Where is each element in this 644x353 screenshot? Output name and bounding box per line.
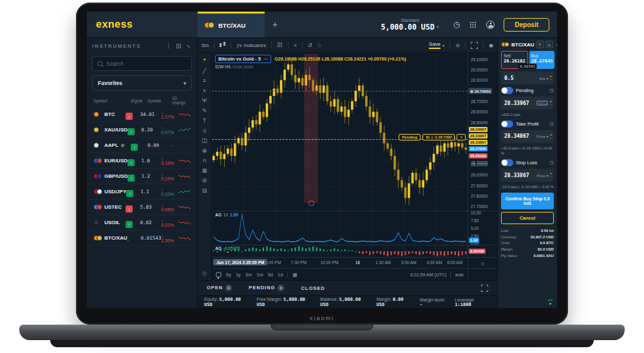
text-tool-icon[interactable]: T [203,117,207,124]
summary-row: Lots:0.50 lot [501,228,554,234]
tab-btcxau[interactable]: BTC/XAU [198,12,265,37]
magnet-icon[interactable]: ∩ [202,157,206,164]
crosshair-icon[interactable]: ＋ [202,55,207,64]
layouts-icon[interactable] [277,42,283,49]
instrument-row[interactable]: XAU/USD↑0.20↑ 0.07% [87,122,197,138]
expand-positions-icon[interactable] [481,285,488,292]
tp-price-label: 28.34067 [469,127,488,132]
more-vertical-icon[interactable]: ⋮ [166,43,171,49]
series-title[interactable]: Bitcoin vs Gold - 5⋯ [215,55,271,63]
favorites-dropdown[interactable]: Favorites ▾ [92,75,192,91]
range-button[interactable]: 1m [256,272,263,278]
timezone-clock-icon[interactable]: ◷ [481,261,485,265]
account-metric: Margin: 0.00 USD [376,297,412,307]
take-profit-input[interactable]: 28.34067 Price ▾ +− [501,130,554,143]
depth-icon[interactable]: ≡ [536,41,544,48]
measure-icon[interactable]: ◫ [202,137,207,144]
ao-line-pane[interactable]: AO101.00 [212,211,468,245]
ao-histogram-pane[interactable]: AO-0.05779 [212,245,468,257]
more-icon[interactable]: ⋯ [263,56,269,62]
sl-stepper[interactable]: +− [549,172,552,178]
redo-icon[interactable]: ↻ [317,43,321,48]
search-input[interactable]: Search [92,56,192,71]
xabcd-pattern-icon[interactable]: × [203,88,206,94]
volume-input[interactable]: 0.5 lots ▾ +− [501,72,554,84]
info-icon[interactable]: ◷ [549,160,554,166]
alarm-icon[interactable]: ◷ [453,20,460,29]
timeframe-button[interactable]: 5m [202,43,209,48]
stats-icon[interactable]: ∿ [545,41,553,48]
snapshot-icon[interactable]: ⊙ [455,43,460,48]
range-button[interactable]: 1y [236,272,241,278]
laptop-frame: exness BTC/XAU + Standard 5,000.00 USD▾ … [76,3,568,325]
instrument-name: EUR/USD [104,158,128,164]
chart-type-icon[interactable] [220,42,225,48]
search-icon [97,61,102,66]
entry-price-input[interactable]: 28.33967 STOP +− [501,97,554,110]
instrument-row[interactable]: BTC↓34.01↓ 1.27% [87,107,197,122]
instrument-row[interactable]: AAPL⊘↑0.09- [87,138,197,153]
clock-utc[interactable]: 6:01:59 AM (UTC) [410,272,446,277]
range-button[interactable]: 5d [268,272,273,278]
pitchfork-icon[interactable]: Ψ [202,97,207,104]
account-selector[interactable]: Standard 5,000.00 USD▾ [381,18,439,32]
close-order-icon[interactable]: × [457,134,466,140]
layout-grid-icon[interactable] [176,43,182,49]
hide-drawings-icon[interactable]: ⊘ [202,177,207,184]
price-chart[interactable]: Bitcoin vs Gold - 5⋯ O28.18088 H28.25135… [212,53,468,211]
cancel-button[interactable]: Cancel [501,212,554,224]
pending-badge[interactable]: Pending [399,134,421,140]
stoploss-badge[interactable]: SL | -1.16 USD [422,134,455,140]
indicators-button[interactable]: ƒxIndicators [236,43,266,48]
fib-lines-icon[interactable]: ≡ [203,77,206,84]
visibility-icon[interactable]: ◉ [489,43,493,48]
range-buttons: 5y1y3m1m5d1d [226,272,283,278]
profile-icon[interactable] [486,21,495,29]
time-axis[interactable]: Jun 17, 2024 2:35:00 PM 6:00 PM7:30 PM10… [212,257,468,268]
info-icon[interactable]: ◷ [549,121,554,127]
price-axis[interactable]: ⊕ 28.79669 28.34067 28.33967 28.33867 28… [468,53,497,280]
stop-loss-toggle[interactable] [501,159,513,166]
tp-stepper[interactable]: +− [549,133,552,140]
expiration-clock-icon[interactable]: ◷ [549,88,554,93]
positions-tab[interactable]: OPEN0 [207,285,232,291]
confirm-order-button[interactable]: Confirm Buy Stop 0.5 lots [501,193,554,209]
save-layout-button[interactable]: Save▾ [429,41,444,49]
close-panel-icon[interactable]: × [556,42,557,48]
stop-loss-input[interactable]: 28.33867 Price ▾ +− [501,169,554,182]
brush-icon[interactable]: ✎ [202,108,207,114]
new-tab-button[interactable]: + [272,19,278,30]
undo-icon[interactable]: ↺ [308,43,312,48]
instrument-row[interactable]: GBP/USD↑1.2↓ 0.15% [87,169,197,184]
axis-mode[interactable]: auto [455,272,464,277]
instrument-row[interactable]: USD/JPY↑1.1↑ 0.10% [87,184,197,200]
zoom-in-icon[interactable]: ⊕ [202,148,207,154]
instrument-icon [93,189,102,195]
lock-drawings-icon[interactable]: ⊠ [202,167,207,174]
take-profit-toggle[interactable] [501,120,513,128]
entry-stepper[interactable]: +− [549,100,552,106]
instrument-row[interactable]: USOIL↑0.02↓ 0.22% [87,215,197,231]
volume-stepper[interactable]: +− [549,75,552,81]
range-button[interactable]: 3m [245,272,252,278]
fullscreen-icon[interactable] [471,42,478,49]
range-button[interactable]: 5y [226,272,231,278]
price-hline[interactable] [212,91,468,91]
positions-tab[interactable]: PENDING0 [249,285,284,291]
pending-toggle[interactable] [501,87,513,94]
rewind-icon[interactable]: « [294,43,296,48]
instrument-row[interactable]: BTC/XAU-0.01543↓ 1.30% [87,231,197,246]
deposit-button[interactable]: Deposit [504,18,549,32]
range-button[interactable]: 1d [278,272,283,278]
ideas-bulb-icon[interactable] [216,272,222,278]
instrument-row[interactable]: EUR/USD↑1.0↓ 0.15% [87,153,197,169]
apps-grid-icon[interactable] [470,22,476,28]
collapse-panel-icon[interactable]: ↔ [186,43,192,49]
calendar-icon[interactable]: ▦ [292,272,297,278]
positions-tab[interactable]: CLOSED [301,285,325,291]
instrument-row[interactable]: USTEC↓5.83↓ 0.05% [87,200,197,215]
object-tree-icon[interactable]: ◇ [202,270,207,276]
emoji-tool-icon[interactable]: ☺ [202,128,207,134]
trendline-icon[interactable]: ╱ [203,68,206,74]
delete-drawings-icon[interactable]: ⊟ [202,187,207,194]
